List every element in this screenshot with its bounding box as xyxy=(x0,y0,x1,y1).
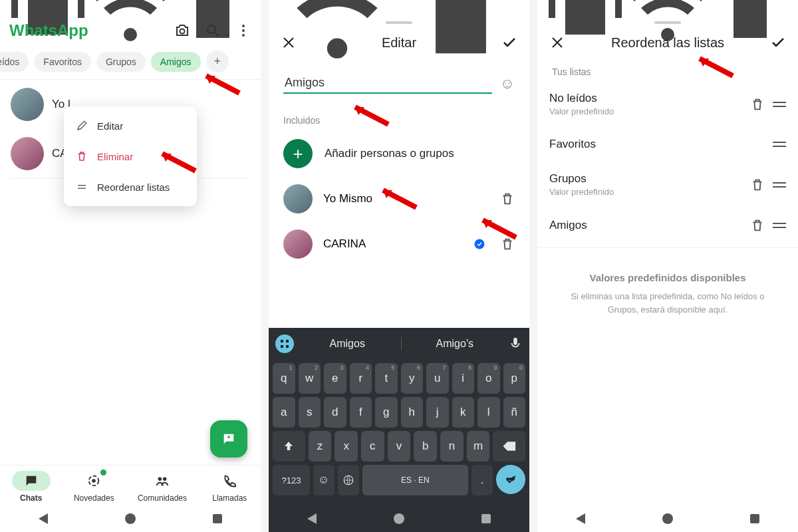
nav-back[interactable] xyxy=(576,513,585,524)
key-u[interactable]: u7 xyxy=(426,363,449,394)
key-y[interactable]: y6 xyxy=(401,363,424,394)
space-key[interactable]: ES · EN xyxy=(362,465,468,495)
avatar xyxy=(11,137,44,170)
suggestion[interactable]: Amigos xyxy=(301,338,394,350)
sheet-handle[interactable] xyxy=(386,21,412,24)
drag-handle[interactable] xyxy=(773,142,786,147)
key-g[interactable]: g xyxy=(375,397,398,428)
nav-home[interactable] xyxy=(662,513,673,524)
key-e[interactable]: e3 xyxy=(324,363,346,394)
backspace-key[interactable] xyxy=(493,431,525,462)
tab-communities[interactable]: Comunidades xyxy=(138,471,187,503)
nav-back[interactable] xyxy=(307,513,317,524)
key-r[interactable]: r4 xyxy=(350,363,372,394)
list-name: Amigos xyxy=(549,219,742,232)
key-m[interactable]: m xyxy=(467,431,490,462)
delete-list-button[interactable] xyxy=(750,178,765,192)
delete-list-button[interactable] xyxy=(750,97,765,112)
delete-list-button[interactable] xyxy=(750,218,765,233)
key-k[interactable]: k xyxy=(452,397,475,428)
keyboard-apps-icon[interactable] xyxy=(275,334,294,353)
filter-chip-add[interactable]: + xyxy=(206,51,229,72)
key-l[interactable]: l xyxy=(477,397,500,428)
menu-delete[interactable]: Eliminar xyxy=(64,141,197,172)
preset-label: Valor predefinido xyxy=(549,187,742,197)
key-b[interactable]: b xyxy=(414,431,437,462)
drag-handle[interactable] xyxy=(773,182,786,188)
menu-edit[interactable]: Editar xyxy=(64,110,197,141)
key-d[interactable]: d xyxy=(324,397,346,428)
tab-updates[interactable]: Novedades xyxy=(74,471,114,503)
filter-chip-groups[interactable]: Grupos xyxy=(96,52,146,72)
more-icon[interactable] xyxy=(235,23,251,39)
key-q[interactable]: q1 xyxy=(273,363,295,394)
close-icon[interactable] xyxy=(549,35,565,51)
android-nav xyxy=(269,505,529,532)
key-t[interactable]: t5 xyxy=(375,363,398,394)
key-f[interactable]: f xyxy=(350,397,372,428)
key-o[interactable]: o9 xyxy=(477,363,500,394)
status-bar xyxy=(269,0,529,16)
globe-key[interactable] xyxy=(338,465,359,495)
period-key[interactable]: . xyxy=(471,465,493,495)
remove-contact-button[interactable] xyxy=(500,192,515,206)
key-p[interactable]: p0 xyxy=(503,363,526,394)
close-icon[interactable] xyxy=(281,35,297,51)
phone-icon xyxy=(222,473,237,488)
drag-handle[interactable] xyxy=(773,223,786,228)
sheet-handle[interactable] xyxy=(654,21,681,24)
confirm-icon[interactable] xyxy=(501,35,517,51)
trash-icon xyxy=(76,150,88,162)
emoji-icon[interactable]: ☺ xyxy=(500,75,515,92)
menu-reorder[interactable]: Reordenar listas xyxy=(64,172,197,202)
key-c[interactable]: c xyxy=(361,431,384,462)
key-ñ[interactable]: ñ xyxy=(503,397,526,428)
filter-chip-unread[interactable]: leídos xyxy=(0,52,29,72)
tab-label: Chats xyxy=(20,493,42,503)
key-i[interactable]: i8 xyxy=(452,363,475,394)
list-name-input[interactable] xyxy=(283,73,492,94)
sheet-title: Editar xyxy=(297,35,501,51)
tab-chats[interactable]: Chats xyxy=(12,471,51,503)
updates-icon xyxy=(86,473,101,488)
shift-key[interactable] xyxy=(273,431,305,462)
enter-key[interactable] xyxy=(496,465,525,494)
key-n[interactable]: n xyxy=(440,431,464,462)
tab-label: Comunidades xyxy=(138,493,187,503)
nav-recent[interactable] xyxy=(750,514,759,523)
key-s[interactable]: s xyxy=(299,397,321,428)
key-x[interactable]: x xyxy=(334,431,358,462)
key-z[interactable]: z xyxy=(309,431,332,462)
nav-recent[interactable] xyxy=(481,514,491,523)
plus-icon: + xyxy=(283,139,313,168)
search-icon[interactable] xyxy=(205,23,221,39)
suggestion[interactable]: Amigo's xyxy=(408,338,502,350)
key-w[interactable]: w2 xyxy=(299,363,321,394)
new-chat-fab[interactable] xyxy=(210,420,247,458)
keyboard[interactable]: Amigos Amigo's q1w2e3r4t5y6u7i8o9p0 asdf… xyxy=(269,328,529,505)
symbols-key[interactable]: ?123 xyxy=(273,465,310,495)
camera-icon[interactable] xyxy=(174,23,190,39)
key-j[interactable]: j xyxy=(426,397,449,428)
add-people-button[interactable]: + Añadir personas o grupos xyxy=(269,131,529,176)
key-h[interactable]: h xyxy=(401,397,424,428)
menu-label: Editar xyxy=(97,120,123,132)
filter-chip-amigos[interactable]: Amigos xyxy=(151,52,201,72)
nav-recent[interactable] xyxy=(213,514,222,523)
mic-icon[interactable] xyxy=(508,336,523,351)
tab-calls[interactable]: Llamadas xyxy=(210,471,249,503)
status-bar xyxy=(537,0,798,16)
emoji-key[interactable]: ☺ xyxy=(313,465,334,495)
svg-point-4 xyxy=(242,34,245,37)
drag-handle[interactable] xyxy=(773,102,786,107)
new-chat-icon xyxy=(221,432,236,446)
nav-home[interactable] xyxy=(125,513,136,524)
nav-back[interactable] xyxy=(39,513,48,524)
sheet-header: Reordena las listas xyxy=(537,28,798,57)
filter-chip-favorites[interactable]: Favoritos xyxy=(34,52,91,72)
confirm-icon[interactable] xyxy=(770,35,786,51)
key-v[interactable]: v xyxy=(388,431,411,462)
key-a[interactable]: a xyxy=(273,397,295,428)
remove-contact-button[interactable] xyxy=(500,237,515,251)
nav-home[interactable] xyxy=(394,513,404,524)
